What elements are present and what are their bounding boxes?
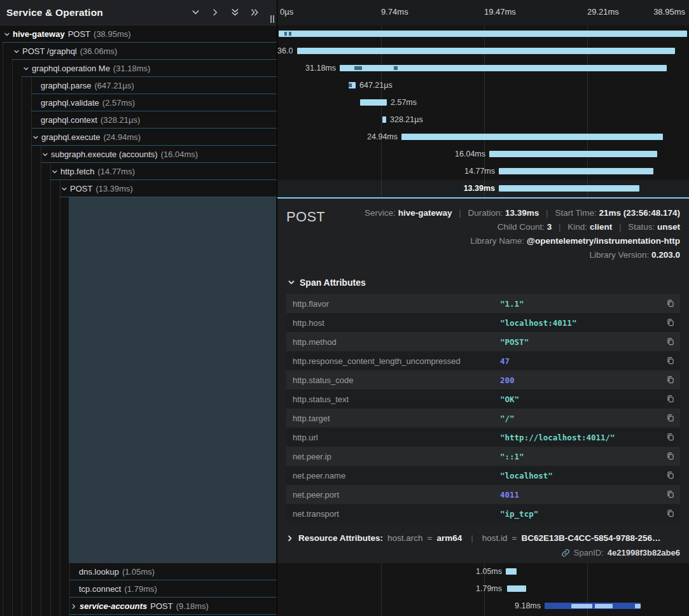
- timeline-row[interactable]: 16.04ms: [277, 146, 689, 163]
- copy-icon[interactable]: [660, 471, 675, 480]
- attribute-value: "/": [500, 414, 660, 423]
- chevron-down-icon[interactable]: [13, 48, 20, 55]
- timeline-row[interactable]: 36.06ms: [277, 43, 689, 60]
- span-duration: (16.04ms): [161, 150, 198, 159]
- copy-icon[interactable]: [660, 318, 675, 327]
- timeline-ruler: 0µs 9.74ms 19.47ms 29.21ms 38.95ms: [277, 0, 689, 25]
- copy-icon[interactable]: [660, 452, 675, 461]
- span-duration: (647.21µs): [95, 81, 134, 90]
- bar-notch: [349, 83, 352, 87]
- copy-icon[interactable]: [660, 299, 675, 308]
- copy-icon[interactable]: [660, 490, 675, 499]
- tree-row[interactable]: http.fetch (14.77ms): [0, 163, 277, 180]
- span-bar[interactable]: [506, 568, 517, 575]
- attribute-key: net.transport: [293, 509, 500, 519]
- tree-row[interactable]: subgraph.execute (accounts) (16.04ms): [0, 146, 277, 163]
- timeline-row[interactable]: 1.05ms: [277, 563, 689, 580]
- span-bar[interactable]: [279, 31, 687, 37]
- detail-left-gutter: [69, 197, 276, 563]
- span-id-row: SpanID: 4e21998f3b82abe6: [286, 548, 680, 557]
- chevron-down-icon[interactable]: [61, 186, 67, 192]
- attribute-key: http.method: [293, 337, 500, 347]
- tree-row[interactable]: dns.lookup (1.05ms): [0, 563, 277, 580]
- span-title: POST: [286, 209, 325, 225]
- chevron-down-icon[interactable]: [52, 169, 58, 175]
- tree-row[interactable]: graphql.validate (2.57ms): [0, 94, 277, 111]
- copy-icon[interactable]: [660, 337, 675, 346]
- indent-guide: [41, 146, 41, 616]
- span-tree: hive-gateway POST (38.95ms) POST /graphq…: [0, 25, 277, 616]
- tree-row-selected[interactable]: POST (13.39ms): [0, 180, 277, 197]
- detail-header: POST Service: hive-gateway | Duration: 1…: [286, 206, 680, 262]
- span-bar[interactable]: [499, 185, 639, 192]
- double-chevron-down-icon[interactable]: [229, 7, 240, 18]
- timeline-row[interactable]: 647.21µs: [277, 77, 689, 94]
- attribute-key: http.target: [293, 414, 500, 423]
- panel-resizer[interactable]: [270, 15, 274, 23]
- span-bar[interactable]: [489, 151, 657, 157]
- copy-icon[interactable]: [660, 375, 675, 384]
- chevron-down-icon[interactable]: [32, 134, 39, 141]
- span-bar-collapsed[interactable]: [545, 603, 641, 609]
- tree-row[interactable]: graphql.operation Me (31.18ms): [0, 60, 277, 77]
- span-duration: (9.18ms): [176, 601, 209, 611]
- copy-icon[interactable]: [660, 509, 675, 518]
- timeline-row[interactable]: 2.57ms: [277, 94, 689, 111]
- span-bar[interactable]: [349, 82, 356, 88]
- tree-row[interactable]: tcp.connect (1.79ms): [0, 580, 277, 598]
- attribute-value: "::1": [500, 452, 660, 461]
- chevron-right-icon[interactable]: [209, 7, 221, 18]
- span-duration-label: 36.06ms: [277, 43, 293, 60]
- timeline-row[interactable]: 328.21µs: [277, 111, 689, 129]
- span-bar[interactable]: [507, 585, 526, 592]
- span-bar[interactable]: [297, 48, 675, 54]
- copy-icon[interactable]: [660, 414, 675, 423]
- tree-row[interactable]: hive-gateway POST (38.95ms): [0, 25, 277, 43]
- attribute-row: http.target "/": [286, 409, 680, 428]
- span-duration: (14.77ms): [97, 167, 135, 176]
- span-bar[interactable]: [382, 116, 386, 123]
- timeline-row[interactable]: 31.18ms: [277, 60, 689, 77]
- timeline-row[interactable]: 24.94ms: [277, 129, 689, 146]
- span-bar[interactable]: [499, 168, 653, 174]
- span-bar[interactable]: [340, 65, 667, 71]
- span-bar[interactable]: [401, 134, 663, 140]
- equals-sign: =: [512, 533, 517, 543]
- chevron-down-icon[interactable]: [190, 7, 201, 18]
- span-operation-name: subgraph.execute (accounts): [51, 150, 158, 159]
- span-detail-panel: POST Service: hive-gateway | Duration: 1…: [277, 197, 689, 563]
- chevron-right-icon[interactable]: [71, 603, 77, 610]
- timeline-row-selected[interactable]: 13.39ms: [277, 180, 689, 197]
- span-attributes-title: Span Attributes: [300, 277, 366, 288]
- resource-attributes-toggle[interactable]: Resource Attributes: host.arch = arm64 |…: [286, 533, 680, 543]
- copy-icon[interactable]: [660, 356, 675, 365]
- link-icon[interactable]: [561, 549, 570, 557]
- double-chevron-right-icon[interactable]: [249, 7, 260, 18]
- span-duration: (38.95ms): [94, 29, 131, 39]
- chevron-down-icon[interactable]: [42, 151, 48, 158]
- span-attributes-toggle[interactable]: Span Attributes: [288, 277, 680, 288]
- span-duration-label: 14.77ms: [277, 163, 495, 180]
- tree-row[interactable]: graphql.context (328.21µs): [0, 111, 277, 129]
- chevron-down-icon[interactable]: [23, 66, 29, 72]
- tree-row[interactable]: POST /graphql (36.06ms): [0, 43, 277, 60]
- chevron-down-icon[interactable]: [4, 31, 10, 38]
- bar-notch: [354, 66, 362, 70]
- equals-sign: =: [428, 533, 433, 543]
- span-bar[interactable]: [360, 99, 387, 106]
- tree-row[interactable]: graphql.parse (647.21µs): [0, 77, 277, 94]
- timeline-row[interactable]: [277, 25, 689, 43]
- tree-row[interactable]: graphql.execute (24.94ms): [0, 129, 277, 146]
- copy-icon[interactable]: [660, 433, 675, 442]
- meta-value-child-count: 3: [547, 222, 552, 232]
- timeline-row[interactable]: 1.79ms: [277, 580, 689, 598]
- attribute-value: "POST": [500, 337, 660, 347]
- tree-row[interactable]: service-accounts POST (9.18ms): [0, 598, 277, 615]
- span-id-label: SpanID:: [574, 548, 604, 557]
- ruler-tick: 29.21ms: [587, 7, 619, 17]
- copy-icon[interactable]: [660, 395, 675, 403]
- timeline-row[interactable]: 14.77ms: [277, 163, 689, 180]
- timeline-row[interactable]: 9.18ms: [277, 598, 689, 615]
- span-operation-name: POST: [70, 184, 92, 193]
- tree-toolbar: [190, 7, 260, 18]
